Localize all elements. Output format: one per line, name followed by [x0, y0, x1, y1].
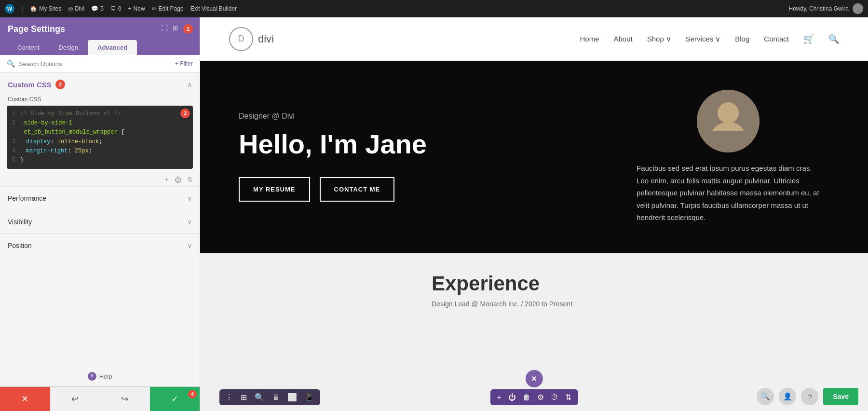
search-nav-icon[interactable]: 🔍 — [828, 34, 839, 44]
divi-link[interactable]: ◎ Divi — [68, 5, 84, 12]
search-row: 🔍 + Filter — [0, 55, 200, 73]
viewport-toolbar: ⋮ ⊞ 🔍 🖥 ⬜ 📱 — [219, 389, 320, 405]
help-button[interactable]: ? Help — [88, 372, 112, 381]
badge-4: 4 — [188, 390, 197, 398]
undo-button[interactable]: ↩ — [50, 387, 100, 411]
visibility-chevron-icon: ∨ — [187, 218, 192, 226]
badge-1: 1 — [183, 24, 193, 34]
settings-section-icon[interactable]: ⚙ — [537, 393, 544, 402]
menu-item-blog[interactable]: Blog — [735, 35, 749, 43]
close-section-button[interactable]: × — [526, 370, 543, 387]
position-section: Position ∨ — [0, 233, 200, 257]
services-chevron-icon: ∨ — [715, 35, 720, 43]
avatar-image — [697, 90, 760, 152]
menu-dots-icon[interactable]: ⋮ — [225, 393, 233, 402]
comment-count-link[interactable]: 🗨 0 — [110, 5, 122, 12]
performance-header[interactable]: Performance ∨ — [0, 187, 200, 210]
comment-bubble-icon: 🗨 — [110, 5, 116, 12]
search-global-button[interactable]: 🔍 — [757, 388, 774, 405]
tablet-icon[interactable]: ⬜ — [287, 393, 297, 402]
menu-item-about[interactable]: About — [613, 35, 632, 43]
admin-avatar[interactable] — [853, 3, 863, 14]
search-builder-icon[interactable]: 🔍 — [255, 393, 264, 402]
edit-page-link[interactable]: ✏ Edit Page — [152, 5, 184, 12]
filter-button[interactable]: + Filter — [175, 60, 193, 67]
plus-icon: + — [128, 5, 132, 12]
bottom-right-controls: 🔍 👤 ? Save — [757, 388, 858, 405]
exit-builder-link[interactable]: Exit Visual Builder — [190, 5, 237, 12]
help-global-button[interactable]: ? — [801, 388, 818, 405]
divi-logo-icon: ◎ — [68, 5, 73, 12]
comments-link[interactable]: 💬 5 — [91, 5, 104, 12]
tab-content[interactable]: Content — [8, 40, 49, 55]
code-line-5: 5 } — [7, 156, 193, 165]
left-panel: Page Settings ⛶ ⊞ 1 Content Design Advan… — [0, 17, 200, 411]
performance-title: Performance — [8, 194, 46, 202]
cancel-button[interactable]: ✕ — [0, 387, 50, 411]
panel-bottom: ? Help — [0, 366, 200, 386]
wordpress-icon[interactable]: W — [5, 4, 14, 14]
add-section-button[interactable]: + — [497, 393, 501, 402]
position-header[interactable]: Position ∨ — [0, 234, 200, 257]
position-title: Position — [8, 242, 32, 249]
hero-subtitle: Designer @ Divi — [239, 112, 598, 121]
help-label: Help — [99, 373, 112, 380]
expand-icon[interactable]: ⛶ — [161, 24, 168, 34]
admin-bar: W | 🏠 My Sites ◎ Divi 💬 5 🗨 0 + New ✏ Ed… — [0, 0, 868, 17]
main-layout: Page Settings ⛶ ⊞ 1 Content Design Advan… — [0, 17, 868, 411]
tab-advanced[interactable]: Advanced — [88, 40, 137, 55]
desktop-icon[interactable]: 🖥 — [272, 393, 280, 402]
cart-icon[interactable]: 🛒 — [803, 34, 814, 44]
howdy-text: Howdy, Christina Gwira — [789, 5, 849, 12]
search-options-input[interactable] — [19, 60, 171, 68]
hero-left: Designer @ Divi Hello, I'm Jane MY RESUM… — [239, 112, 598, 202]
site-nav: D divi Home About Shop ∨ Services ∨ Blog… — [200, 17, 868, 61]
menu-item-contact[interactable]: Contact — [764, 35, 789, 43]
preview-area: D divi Home About Shop ∨ Services ∨ Blog… — [200, 17, 868, 411]
grid-layout-icon[interactable]: ⊞ — [241, 393, 247, 402]
my-resume-button[interactable]: MY RESUME — [239, 177, 310, 202]
panel-header: Page Settings ⛶ ⊞ 1 Content Design Advan… — [0, 17, 200, 55]
menu-item-home[interactable]: Home — [580, 35, 599, 43]
custom-css-title: Custom CSS 2 — [8, 80, 65, 89]
visibility-header[interactable]: Visibility ∨ — [0, 210, 200, 233]
new-link[interactable]: + New — [128, 5, 145, 12]
panel-header-icons: ⛶ ⊞ 1 — [161, 24, 193, 34]
performance-section: Performance ∨ — [0, 186, 200, 210]
sort-css-button[interactable]: ⇅ — [187, 176, 193, 183]
code-line-3: 3 display: inline-block; — [7, 137, 193, 147]
chevron-up-icon: ∧ — [187, 81, 192, 88]
code-line-2: 2 .side-by-side-1 — [7, 119, 193, 128]
arrows-section-icon[interactable]: ⇅ — [565, 393, 571, 402]
custom-css-label: Custom CSS — [0, 96, 200, 106]
section-controls-container: × + ⏻ 🗑 ⚙ ⏱ ⇅ — [490, 370, 578, 405]
redo-button[interactable]: ↪ — [100, 387, 150, 411]
admin-bar-right: Howdy, Christina Gwira — [789, 3, 863, 14]
add-css-button[interactable]: + — [165, 176, 169, 183]
contact-me-button[interactable]: CONTACT ME — [320, 177, 395, 202]
custom-css-section-header[interactable]: Custom CSS 2 ∧ — [0, 73, 200, 96]
menu-item-shop[interactable]: Shop ∨ — [647, 35, 671, 43]
trash-section-icon[interactable]: 🗑 — [523, 393, 530, 402]
pencil-icon: ✏ — [152, 5, 157, 12]
account-button[interactable]: 👤 — [779, 388, 796, 405]
search-icon: 🔍 — [7, 60, 15, 68]
save-button[interactable]: Save — [823, 388, 858, 405]
position-chevron-icon: ∨ — [187, 242, 192, 249]
confirm-button[interactable]: ✓ 4 — [150, 387, 200, 411]
tab-design[interactable]: Design — [49, 40, 88, 55]
badge-3: 3 — [180, 109, 190, 118]
code-editor[interactable]: 3 1 /* Side by Side Buttons v1 */ 2 .sid… — [7, 106, 193, 169]
menu-item-services[interactable]: Services ∨ — [686, 35, 721, 43]
code-actions: + ⏻ ⇅ — [0, 173, 200, 186]
experience-section: Experience Design Lead @ Monarch Inc. / … — [200, 253, 868, 411]
visibility-section: Visibility ∨ — [0, 210, 200, 233]
mobile-icon[interactable]: 📱 — [305, 393, 314, 402]
my-sites-link[interactable]: 🏠 My Sites — [30, 5, 61, 12]
site-logo: D divi — [229, 27, 274, 51]
power-section-icon[interactable]: ⏻ — [508, 393, 516, 402]
code-line-1: 1 /* Side by Side Buttons v1 */ — [7, 110, 193, 119]
history-section-icon[interactable]: ⏱ — [551, 393, 558, 402]
grid-icon[interactable]: ⊞ — [173, 24, 178, 34]
power-css-button[interactable]: ⏻ — [175, 176, 181, 183]
